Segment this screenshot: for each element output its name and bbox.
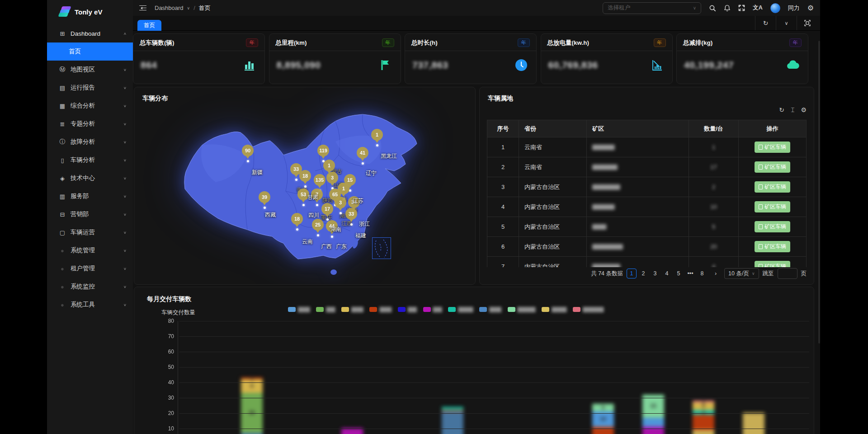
sidebar-item-运行报告[interactable]: ▤运行报告∨	[47, 79, 133, 97]
mine-vehicles-button[interactable]: 矿区车辆	[755, 142, 790, 153]
settings-gear-icon[interactable]: ⚙	[807, 4, 814, 12]
page-button-3[interactable]: 3	[650, 269, 660, 278]
column-height-icon[interactable]: ⌶	[791, 106, 794, 114]
period-badge[interactable]: 年	[654, 38, 666, 47]
document-icon	[759, 204, 763, 209]
menu-fold-icon[interactable]	[139, 5, 146, 11]
map-pin[interactable]: 1	[323, 160, 335, 171]
page-size-select[interactable]: 10 条/页 ∨	[724, 268, 759, 279]
jump-label: 跳至	[763, 270, 774, 278]
period-badge[interactable]: 年	[789, 38, 802, 47]
scrollbar[interactable]	[818, 41, 820, 344]
map-pin[interactable]: 25	[312, 219, 324, 231]
bar-month-2[interactable]: 2691	[241, 377, 263, 434]
period-badge[interactable]: 年	[246, 38, 258, 47]
sidebar-item-车辆运营[interactable]: ▢车辆运营∨	[47, 223, 133, 241]
sidebar-item-label: 租户管理	[71, 264, 95, 273]
cloud-icon	[785, 57, 801, 73]
sidebar-item-服务部[interactable]: ▥服务部∨	[47, 187, 133, 205]
mine-vehicles-button[interactable]: 矿区车辆	[755, 181, 790, 193]
next-page-button[interactable]: ›	[711, 269, 721, 278]
map-pin[interactable]: 3	[326, 172, 338, 184]
sidebar-item-label: 首页	[69, 47, 81, 56]
discharge-chart-icon	[650, 57, 665, 73]
username[interactable]: 同力	[788, 4, 800, 12]
bar-month-4[interactable]	[341, 428, 363, 434]
sidebar-item-系统监控[interactable]: ●系统监控∨	[47, 278, 133, 296]
translate-icon[interactable]: 文A	[753, 4, 763, 12]
mine-vehicles-button[interactable]: 矿区车辆	[755, 261, 790, 267]
table-row: 7内蒙古自治区██████████4矿区车辆	[487, 257, 807, 268]
bar-month-6[interactable]	[442, 407, 463, 434]
map-pin[interactable]: 41	[357, 147, 368, 159]
page-button-1[interactable]: 1	[627, 269, 637, 278]
map-province-label: 江苏	[353, 197, 363, 205]
map-pin[interactable]: 39	[259, 191, 270, 203]
menu-icon: ▯	[59, 157, 66, 164]
fullscreen-icon[interactable]	[738, 5, 745, 11]
breadcrumb-root[interactable]: Dashboard	[155, 5, 184, 11]
app-window: Tonly eV ⊞Dashboard∧首页Ⓜ地图视区∨▤运行报告∨▦综合分析∨…	[47, 0, 820, 434]
gridline	[179, 398, 809, 398]
bell-icon[interactable]	[724, 5, 731, 12]
bar-month-12[interactable]	[743, 413, 764, 434]
tab-home[interactable]: 首页	[137, 20, 161, 31]
map-pin[interactable]: 18	[299, 170, 311, 182]
sidebar-item-故障分析[interactable]: ⓘ故障分析∨	[47, 133, 133, 151]
mine-vehicles-button[interactable]: 矿区车辆	[755, 201, 790, 212]
settings-gear-icon[interactable]: ⚙	[801, 106, 807, 114]
mine-vehicles-button[interactable]: 矿区车辆	[755, 241, 790, 252]
page-button-2[interactable]: 2	[638, 269, 648, 278]
menu-icon: ●	[59, 265, 66, 272]
map-pin[interactable]: 33	[345, 208, 357, 220]
mine-vehicles-button[interactable]: 矿区车辆	[755, 161, 790, 173]
map-pin[interactable]: 1	[371, 129, 383, 141]
cell-mine-masked: █████████	[587, 157, 689, 177]
sidebar-item-专题分析[interactable]: ≣专题分析∨	[47, 115, 133, 133]
refresh-icon[interactable]: ↻	[755, 16, 776, 30]
map-pin[interactable]: 119	[317, 145, 329, 156]
segment-value-label: 5	[592, 405, 614, 411]
stat-card-body: 737,863	[405, 51, 536, 79]
page-button-4[interactable]: 4	[662, 269, 672, 278]
bar-month-9[interactable]: 105	[592, 404, 614, 434]
pagination-ellipsis: •••	[685, 269, 695, 278]
jump-page-input[interactable]	[778, 268, 797, 279]
period-badge[interactable]: 年	[382, 38, 394, 47]
sidebar-item-Dashboard[interactable]: ⊞Dashboard∧	[47, 24, 133, 42]
bar-month-10[interactable]: 15	[642, 395, 664, 434]
map-pin[interactable]: 18	[291, 213, 303, 225]
map-pin[interactable]: 135	[314, 174, 326, 186]
map-pin[interactable]: 90	[242, 145, 254, 156]
sidebar-item-label: 车辆运营	[71, 228, 95, 236]
map-pin[interactable]: 3	[335, 197, 346, 208]
clock-icon	[514, 57, 529, 73]
chevron-down-icon[interactable]: ∨	[776, 16, 797, 30]
sidebar-item-车辆分析[interactable]: ▯车辆分析∨	[47, 151, 133, 169]
sidebar-item-营销部[interactable]: ⊟营销部∨	[47, 205, 133, 223]
expand-icon[interactable]	[797, 16, 817, 30]
sidebar-item-首页[interactable]: 首页	[47, 42, 133, 61]
sidebar-item-技术中心[interactable]: ◈技术中心∨	[47, 169, 133, 187]
page-button-5[interactable]: 5	[674, 269, 684, 278]
map-province-label: 云南	[302, 238, 313, 245]
sidebar-item-地图视区[interactable]: Ⓜ地图视区∨	[47, 61, 133, 79]
map-pin[interactable]: 17	[321, 203, 333, 215]
avatar[interactable]	[770, 3, 780, 13]
sidebar-item-系统工具[interactable]: ●系统工具∨	[47, 296, 133, 314]
period-badge[interactable]: 年	[518, 38, 530, 47]
mine-vehicles-button[interactable]: 矿区车辆	[755, 221, 790, 232]
document-icon	[759, 244, 763, 249]
refresh-icon[interactable]: ↻	[779, 106, 784, 114]
search-icon[interactable]	[709, 5, 716, 12]
sidebar-item-租户管理[interactable]: ●租户管理∨	[47, 259, 133, 278]
y-tick-label: 20	[159, 410, 174, 416]
cell-index: 2	[487, 157, 519, 177]
column-header-序号: 序号	[487, 120, 519, 137]
map-province-label: 福建	[355, 232, 366, 240]
monthly-delivery-panel: 每月交付车辆数 车辆交付数量 █████████████████████████…	[134, 287, 814, 434]
sidebar-item-综合分析[interactable]: ▦综合分析∨	[47, 97, 133, 115]
sidebar-item-系统管理[interactable]: ●系统管理∨	[47, 241, 133, 259]
page-button-8[interactable]: 8	[697, 269, 707, 278]
tenant-select[interactable]: 选择租户 ∨	[603, 2, 701, 14]
